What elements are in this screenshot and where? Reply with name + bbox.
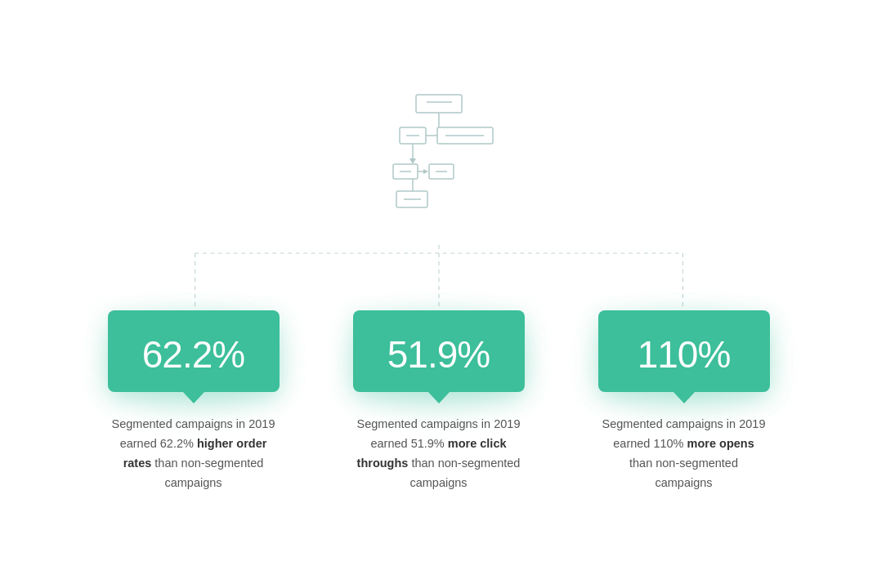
stat-percentage-right: 110% bbox=[638, 336, 731, 373]
badge-center: 51.9% bbox=[353, 310, 525, 392]
stat-percentage-center: 51.9% bbox=[387, 336, 490, 373]
main-container: 62.2% Segmented campaigns in 2019 earned… bbox=[16, 62, 861, 526]
stat-bold-center: more click throughs bbox=[357, 437, 507, 470]
connector-lines bbox=[71, 245, 807, 310]
svg-rect-0 bbox=[416, 95, 462, 113]
badge-left: 62.2% bbox=[108, 310, 280, 392]
stats-row: 62.2% Segmented campaigns in 2019 earned… bbox=[51, 310, 827, 493]
stat-card-right: 110% Segmented campaigns in 2019 earned … bbox=[586, 310, 782, 493]
stat-card-left: 62.2% Segmented campaigns in 2019 earned… bbox=[96, 310, 292, 493]
stat-description-center: Segmented campaigns in 2019 earned 51.9%… bbox=[357, 415, 521, 493]
badge-right: 110% bbox=[598, 310, 770, 392]
stat-bold-right: more opens bbox=[687, 437, 754, 450]
stat-bold-left: higher order rates bbox=[123, 437, 267, 470]
stat-description-left: Segmented campaigns in 2019 earned 62.2%… bbox=[112, 415, 275, 493]
stat-percentage-left: 62.2% bbox=[142, 336, 244, 373]
stat-description-right: Segmented campaigns in 2019 earned 110% … bbox=[602, 415, 766, 493]
svg-marker-13 bbox=[423, 169, 428, 174]
svg-marker-9 bbox=[409, 158, 416, 164]
flowchart-diagram bbox=[357, 87, 521, 253]
stat-card-center: 51.9% Segmented campaigns in 2019 earned… bbox=[341, 310, 537, 493]
